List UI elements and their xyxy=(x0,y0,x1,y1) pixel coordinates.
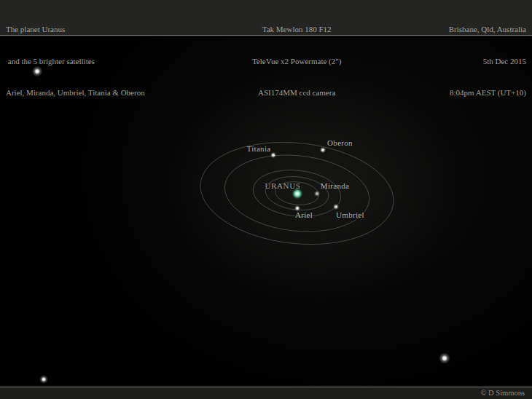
uranus-label: URANUS xyxy=(265,181,301,190)
camera-line: ASI174MM ccd camera xyxy=(252,87,342,98)
star xyxy=(439,352,451,365)
oberon-label: Oberon xyxy=(327,138,353,147)
date-line: 5th Dec 2015 xyxy=(449,56,526,67)
orbit-oberon xyxy=(195,133,399,253)
powermate-line: TeleVue x2 Powermate (2") xyxy=(252,56,342,67)
header-center-column: Tak Mewlon 180 F12 TeleVue x2 Powermate … xyxy=(252,3,342,35)
footer-bar: © D Simmons xyxy=(0,387,532,399)
orbit-titania xyxy=(221,149,373,239)
header-left-column: The planet Uranus and the 5 brighter sat… xyxy=(6,3,145,35)
telescope-line: Tak Mewlon 180 F12 xyxy=(252,24,342,35)
astrophoto-poster: The planet Uranus and the 5 brighter sat… xyxy=(0,0,532,399)
umbriel-label: Umbriel xyxy=(336,210,364,219)
orbit-ariel xyxy=(264,173,330,213)
credit-text: © D Simmons xyxy=(481,389,525,397)
location-line: Brisbane, Qld, Australia xyxy=(449,24,526,35)
header-right-column: Brisbane, Qld, Australia 5th Dec 2015 8:… xyxy=(449,3,526,35)
titania-label: Titania xyxy=(247,144,271,153)
ariel-label: Ariel xyxy=(295,210,313,219)
header-bar: The planet Uranus and the 5 brighter sat… xyxy=(0,0,532,36)
header-subtitle-line: and the 5 brighter satellites xyxy=(6,56,145,67)
header-title-line: The planet Uranus xyxy=(6,24,145,35)
header-satellites-line: Ariel, Miranda, Umbriel, Titania & Obero… xyxy=(6,87,145,98)
star xyxy=(39,375,49,384)
time-line: 8:04pm AEST (UT+10) xyxy=(449,87,526,98)
miranda-label: Miranda xyxy=(321,181,349,190)
